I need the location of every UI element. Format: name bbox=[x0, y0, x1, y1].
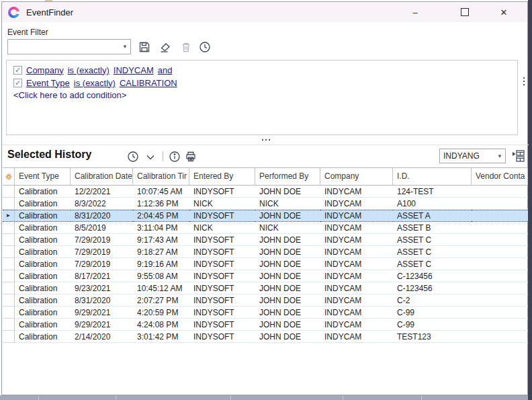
table-cell bbox=[472, 210, 528, 222]
row-indicator-cell[interactable] bbox=[3, 234, 15, 246]
table-cell: 8/5/2019 bbox=[71, 222, 133, 234]
delete-filter-button[interactable] bbox=[178, 39, 194, 55]
filter-history-button[interactable] bbox=[197, 39, 213, 55]
condition-checkbox[interactable]: ✓ bbox=[13, 79, 22, 87]
trash-icon bbox=[179, 40, 193, 54]
close-button[interactable]: ✕ bbox=[488, 2, 519, 22]
condition-field-link[interactable]: Company bbox=[26, 65, 64, 75]
filter-combobox[interactable]: ▼ bbox=[7, 39, 131, 54]
condition-operator-link[interactable]: is (exactly) bbox=[74, 78, 116, 88]
table-cell bbox=[472, 234, 528, 246]
column-header[interactable]: Vendor Conta bbox=[472, 168, 528, 185]
table-cell bbox=[472, 294, 528, 307]
table-row[interactable]: Calibration8/17/20219:55:08 AMINDYSOFTJO… bbox=[3, 270, 528, 282]
table-cell bbox=[472, 198, 528, 210]
column-header[interactable]: Calibration Tir bbox=[133, 168, 189, 185]
chevron-down-icon bbox=[144, 151, 157, 163]
row-indicator-cell[interactable] bbox=[3, 294, 15, 307]
table-cell bbox=[472, 246, 528, 258]
table-row[interactable]: Calibration9/29/20214:24:08 PMINDYSOFTJO… bbox=[3, 319, 528, 331]
field-chooser-button[interactable] bbox=[511, 148, 527, 164]
table-body: Calibration12/2/202110:07:45 AMINDYSOFTJ… bbox=[3, 186, 528, 343]
select-all-cell[interactable] bbox=[3, 168, 15, 185]
event-filter-label: Event Filter bbox=[7, 28, 48, 37]
condition-operator-link[interactable]: is (exactly) bbox=[68, 65, 109, 75]
column-header[interactable]: Company bbox=[320, 168, 393, 185]
chevron-down-icon[interactable]: ▼ bbox=[120, 44, 130, 50]
column-header[interactable]: Performed By bbox=[255, 168, 320, 185]
row-indicator-cell[interactable] bbox=[3, 186, 15, 198]
panel-resize-handle[interactable] bbox=[522, 77, 526, 85]
row-indicator-cell[interactable] bbox=[3, 258, 15, 270]
table-row[interactable]: Calibration9/29/20214:20:59 PMINDYSOFTJO… bbox=[3, 307, 528, 319]
add-condition-link[interactable]: <Click here to add condition> bbox=[13, 90, 126, 100]
condition-value-link[interactable]: CALIBRATION bbox=[120, 78, 177, 88]
condition-value-link[interactable]: INDYCAM bbox=[114, 65, 154, 75]
row-pointer-icon[interactable]: ► bbox=[3, 210, 15, 222]
user-combobox[interactable]: INDYANG ▼ bbox=[439, 149, 506, 163]
save-filter-button[interactable] bbox=[136, 39, 152, 55]
table-cell: INDYCAM bbox=[320, 258, 393, 270]
chevron-down-icon[interactable]: ▼ bbox=[494, 153, 505, 159]
column-header[interactable]: Entered By bbox=[189, 168, 255, 185]
eventfinder-window: EventFinder – ✕ Event Filter ▼ bbox=[1, 1, 528, 395]
table-cell: INDYSOFT bbox=[189, 307, 255, 319]
minimize-button[interactable]: – bbox=[400, 2, 431, 22]
table-cell: 3:01:42 PM bbox=[133, 331, 189, 343]
column-header[interactable]: Event Type bbox=[15, 168, 71, 185]
table-cell bbox=[472, 222, 528, 234]
table-cell: JOHN DOE bbox=[255, 319, 320, 331]
table-cell: JOHN DOE bbox=[255, 234, 320, 246]
table-cell: 7/29/2019 bbox=[71, 246, 133, 258]
table-cell: INDYCAM bbox=[320, 270, 393, 282]
splitter-handle[interactable] bbox=[262, 139, 270, 141]
row-indicator-cell[interactable] bbox=[3, 307, 15, 319]
condition-conjunction-link[interactable]: and bbox=[158, 65, 173, 75]
row-indicator-cell[interactable] bbox=[3, 198, 15, 210]
table-row[interactable]: Calibration9/23/202110:45:12 AMINDYSOFTJ… bbox=[3, 282, 528, 294]
condition-checkbox[interactable]: ✓ bbox=[13, 66, 22, 75]
print-button[interactable] bbox=[183, 149, 199, 165]
table-row[interactable]: Calibration7/29/20199:17:43 AMINDYSOFTJO… bbox=[3, 234, 528, 246]
screenshot-root: EventFinder – ✕ Event Filter ▼ bbox=[0, 0, 532, 400]
table-cell: C-123456 bbox=[393, 270, 472, 282]
table-cell: INDYSOFT bbox=[189, 234, 255, 246]
row-indicator-cell[interactable] bbox=[3, 222, 15, 234]
row-indicator-cell[interactable] bbox=[3, 319, 15, 331]
table-cell: 9:18:27 AM bbox=[133, 246, 189, 258]
table-row[interactable]: Calibration8/5/20193:11:04 PMNICKNICKIND… bbox=[3, 222, 528, 234]
history-clock-button[interactable] bbox=[125, 149, 141, 165]
table-cell: NICK bbox=[189, 198, 255, 210]
table-cell: 8/31/2020 bbox=[71, 210, 133, 222]
table-cell: Calibration bbox=[15, 258, 71, 270]
condition-field-link[interactable]: Event Type bbox=[26, 78, 70, 88]
erase-filter-button[interactable] bbox=[157, 39, 173, 55]
table-row[interactable]: Calibration2/14/20203:01:42 PMINDYSOFTJO… bbox=[3, 331, 528, 343]
table-cell: INDYCAM bbox=[320, 186, 393, 198]
table-cell: 7/29/2019 bbox=[71, 258, 133, 270]
row-indicator-cell[interactable] bbox=[3, 331, 15, 343]
table-row[interactable]: Calibration7/29/20199:18:27 AMINDYSOFTJO… bbox=[3, 246, 528, 258]
maximize-button[interactable] bbox=[449, 2, 480, 22]
info-button[interactable] bbox=[167, 149, 183, 165]
table-row[interactable]: Calibration7/29/20199:19:16 AMINDYSOFTJO… bbox=[3, 258, 528, 270]
row-indicator-cell[interactable] bbox=[3, 246, 15, 258]
history-dropdown-button[interactable] bbox=[142, 149, 159, 165]
table-row[interactable]: Calibration8/3/20221:12:36 PMNICKNICKIND… bbox=[3, 198, 528, 210]
row-indicator-cell[interactable] bbox=[3, 282, 15, 294]
table-cell bbox=[472, 319, 528, 331]
table-cell: INDYCAM bbox=[320, 210, 393, 222]
table-row[interactable]: Calibration12/2/202110:07:45 AMINDYSOFTJ… bbox=[3, 186, 528, 198]
selected-history-title: Selected History bbox=[7, 149, 91, 161]
column-header[interactable]: I.D. bbox=[393, 168, 472, 185]
table-cell: ASSET C bbox=[393, 258, 472, 270]
column-header[interactable]: Calibration Date bbox=[71, 168, 133, 185]
table-row[interactable]: Calibration8/31/20202:07:27 PMINDYSOFTJO… bbox=[3, 294, 528, 307]
close-icon: ✕ bbox=[500, 7, 508, 17]
table-cell: A100 bbox=[393, 198, 472, 210]
table-row[interactable]: ►Calibration8/31/20202:04:45 PMINDYSOFTJ… bbox=[3, 210, 528, 222]
table-cell: JOHN DOE bbox=[255, 331, 320, 343]
table-cell: 7/29/2019 bbox=[71, 234, 133, 246]
row-indicator-cell[interactable] bbox=[3, 270, 15, 282]
table-cell: Calibration bbox=[15, 210, 71, 222]
